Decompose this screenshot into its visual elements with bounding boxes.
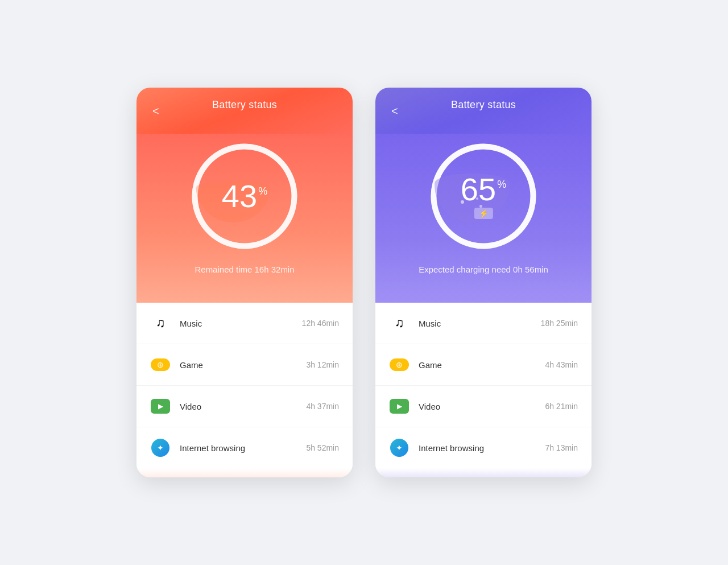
gauge-center-orange: 43 % xyxy=(222,180,267,212)
list-value: 12h 46min xyxy=(302,319,339,328)
list-value: 6h 21min xyxy=(545,402,578,411)
music-icon: ♫ xyxy=(389,313,410,333)
gauge-center-purple: 65 % ⚡ xyxy=(461,174,506,219)
gauge-wrapper-orange: 43 % xyxy=(188,139,301,253)
charging-icon: ⚡ xyxy=(474,208,493,219)
list-value: 4h 37min xyxy=(306,402,339,411)
music-icon: ♫ xyxy=(150,313,171,333)
gauge-wrapper-purple: 65 % ⚡ xyxy=(427,139,540,253)
status-text-purple: Expected charging need 0h 56min xyxy=(419,265,548,274)
card-title-purple: Battery status xyxy=(451,99,516,111)
list-item: Video 6h 21min xyxy=(375,386,592,427)
card-header-purple: < Battery status xyxy=(375,88,592,134)
battery-card-purple: < Battery status 65 xyxy=(375,88,592,477)
back-button-orange[interactable]: < xyxy=(148,102,164,119)
list-section-orange: ♫ Music 12h 46min Game 3h 12min Video 4h… xyxy=(136,303,353,468)
cards-container: < Battery status 43 % xyxy=(136,88,592,477)
list-item: Internet browsing 5h 52min xyxy=(136,427,353,468)
list-label: Internet browsing xyxy=(180,443,306,453)
game-icon xyxy=(389,354,410,375)
gauge-percent-purple: 65 % xyxy=(461,174,506,205)
list-item: ♫ Music 12h 46min xyxy=(136,303,353,344)
list-label: Internet browsing xyxy=(419,443,545,453)
status-text-orange: Remained time 16h 32min xyxy=(195,265,294,274)
internet-icon xyxy=(150,438,171,458)
card-title-orange: Battery status xyxy=(212,99,277,111)
video-icon xyxy=(150,396,171,416)
list-section-purple: ♫ Music 18h 25min Game 4h 43min Video 6h… xyxy=(375,303,592,468)
internet-icon xyxy=(389,438,410,458)
list-value: 5h 52min xyxy=(306,443,339,452)
gauge-percent-orange: 43 % xyxy=(222,180,267,212)
gauge-section-purple: 65 % ⚡ Expected charging need 0h 56min xyxy=(375,134,592,303)
list-label: Music xyxy=(180,319,302,328)
list-item: Internet browsing 7h 13min xyxy=(375,427,592,468)
list-item: ♫ Music 18h 25min xyxy=(375,303,592,344)
video-icon xyxy=(389,396,410,416)
list-value: 3h 12min xyxy=(306,360,339,369)
back-button-purple[interactable]: < xyxy=(387,102,403,119)
list-label: Video xyxy=(180,402,306,411)
gauge-section-orange: 43 % Remained time 16h 32min xyxy=(136,134,353,303)
list-value: 4h 43min xyxy=(545,360,578,369)
list-value: 18h 25min xyxy=(541,319,578,328)
list-value: 7h 13min xyxy=(545,443,578,452)
list-label: Game xyxy=(180,360,306,370)
list-label: Game xyxy=(419,360,545,370)
battery-card-orange: < Battery status 43 % xyxy=(136,88,353,477)
game-icon xyxy=(150,354,171,375)
list-item: Video 4h 37min xyxy=(136,386,353,427)
card-header-orange: < Battery status xyxy=(136,88,353,134)
list-item: Game 4h 43min xyxy=(375,344,592,386)
list-label: Video xyxy=(419,402,545,411)
list-label: Music xyxy=(419,319,541,328)
list-item: Game 3h 12min xyxy=(136,344,353,386)
